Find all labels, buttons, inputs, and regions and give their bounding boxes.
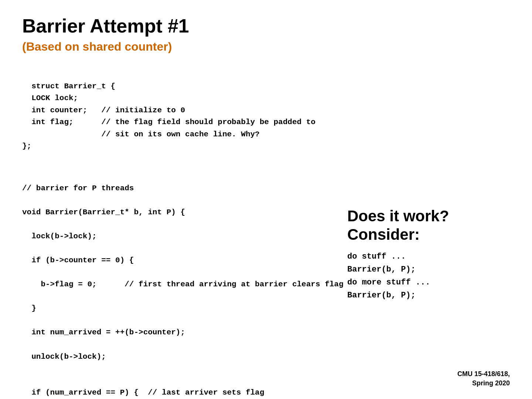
struct-block: struct Barrier_t { LOCK lock; int counte… — [22, 82, 316, 151]
line-close1: } — [22, 303, 510, 315]
side-title: Does it work? Consider: — [347, 207, 502, 244]
subtitle: (Based on shared counter) — [0, 40, 532, 65]
line-int-num: int num_arrived = ++(b->counter); — [22, 327, 510, 339]
main-title: Barrier Attempt #1 — [0, 0, 532, 40]
side-code-line-4: Barrier(b, P); — [347, 289, 502, 302]
footer-line1: CMU 15-418/618, — [457, 369, 510, 379]
code-area: struct Barrier_t { LOCK lock; int counte… — [0, 65, 532, 156]
side-panel: Does it work? Consider: do stuff ... Bar… — [347, 207, 502, 302]
function-comment: // barrier for P threads — [22, 183, 510, 195]
footer-line2: Spring 2020 — [457, 379, 510, 388]
side-code: do stuff ... Barrier(b, P); do more stuf… — [347, 250, 502, 302]
side-code-line-3: do more stuff ... — [347, 276, 502, 289]
side-code-line-1: do stuff ... — [347, 250, 502, 263]
footer: CMU 15-418/618, Spring 2020 — [457, 369, 510, 388]
line-unlock: unlock(b->lock); — [22, 351, 510, 363]
line-if2: if (num_arrived == P) { // last arriver … — [22, 387, 510, 399]
side-code-line-2: Barrier(b, P); — [347, 263, 502, 276]
